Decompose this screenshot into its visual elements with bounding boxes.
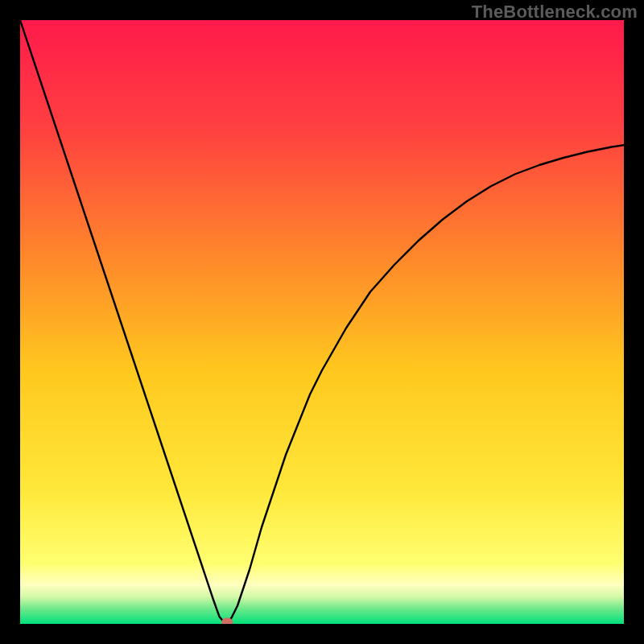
gradient-background bbox=[20, 20, 624, 624]
chart-frame: TheBottleneck.com bbox=[0, 0, 644, 644]
bottleneck-chart bbox=[20, 20, 624, 624]
watermark-text: TheBottleneck.com bbox=[472, 2, 638, 23]
